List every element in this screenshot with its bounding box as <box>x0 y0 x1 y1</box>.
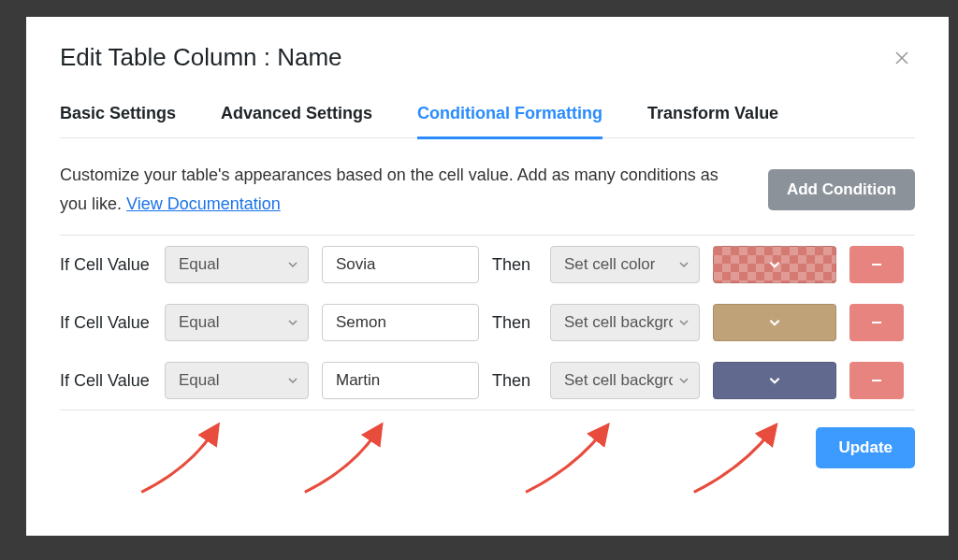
condition-row: If Cell Value Equal Then Set cell backgr… <box>60 294 915 352</box>
chevron-down-icon <box>768 258 781 271</box>
chevron-down-icon <box>678 375 689 386</box>
action-value: Set cell color <box>564 255 655 274</box>
color-picker[interactable] <box>713 304 836 341</box>
condition-row: If Cell Value Equal Then Set cell backgr… <box>60 352 915 409</box>
action-value: Set cell background <box>564 313 673 332</box>
then-label: Then <box>492 313 537 333</box>
if-cell-value-label: If Cell Value <box>60 255 152 275</box>
chevron-down-icon <box>287 317 298 328</box>
operator-value: Equal <box>179 313 219 332</box>
color-picker[interactable] <box>713 246 836 283</box>
chevron-down-icon <box>287 375 298 386</box>
tabs-bar: Basic Settings Advanced Settings Conditi… <box>60 98 915 138</box>
operator-select[interactable]: Equal <box>165 362 309 399</box>
operator-select[interactable]: Equal <box>165 304 309 341</box>
then-label: Then <box>492 255 537 275</box>
action-value: Set cell background <box>564 371 673 390</box>
then-label: Then <box>492 371 537 391</box>
minus-icon <box>869 373 884 388</box>
tab-conditional-formatting[interactable]: Conditional Formatting <box>417 98 602 139</box>
chevron-down-icon <box>287 259 298 270</box>
delete-condition-button[interactable] <box>849 246 904 283</box>
description-row: Customize your table's appearances based… <box>60 138 915 235</box>
condition-value-input[interactable] <box>322 304 479 341</box>
edit-column-modal: Edit Table Column : Name Basic Settings … <box>26 17 949 536</box>
condition-value-input[interactable] <box>322 246 479 283</box>
action-select[interactable]: Set cell background <box>550 362 700 399</box>
modal-footer: Update <box>60 410 915 468</box>
description-text: Customize your table's appearances based… <box>60 161 738 218</box>
operator-select[interactable]: Equal <box>165 246 309 283</box>
chevron-down-icon <box>678 317 689 328</box>
view-documentation-link[interactable]: View Documentation <box>126 194 281 213</box>
close-icon <box>894 50 909 65</box>
tab-transform-value[interactable]: Transform Value <box>647 98 778 139</box>
tab-advanced-settings[interactable]: Advanced Settings <box>221 98 372 139</box>
action-select[interactable]: Set cell background <box>550 304 700 341</box>
conditions-list: If Cell Value Equal Then Set cell color … <box>60 235 915 410</box>
minus-icon <box>869 315 884 330</box>
operator-value: Equal <box>179 371 219 390</box>
modal-header: Edit Table Column : Name <box>60 43 915 72</box>
chevron-down-icon <box>678 259 689 270</box>
modal-title: Edit Table Column : Name <box>60 43 342 72</box>
chevron-down-icon <box>768 316 781 329</box>
color-picker[interactable] <box>713 362 836 399</box>
chevron-down-icon <box>768 374 781 387</box>
tab-basic-settings[interactable]: Basic Settings <box>60 98 176 139</box>
condition-value-input[interactable] <box>322 362 479 399</box>
close-button[interactable] <box>889 45 915 71</box>
action-select[interactable]: Set cell color <box>550 246 700 283</box>
delete-condition-button[interactable] <box>849 362 904 399</box>
operator-value: Equal <box>179 255 219 274</box>
minus-icon <box>869 257 884 272</box>
add-condition-button[interactable]: Add Condition <box>768 169 915 210</box>
condition-row: If Cell Value Equal Then Set cell color <box>60 236 915 294</box>
update-button[interactable]: Update <box>816 427 915 468</box>
delete-condition-button[interactable] <box>849 304 904 341</box>
if-cell-value-label: If Cell Value <box>60 313 152 333</box>
if-cell-value-label: If Cell Value <box>60 371 152 391</box>
